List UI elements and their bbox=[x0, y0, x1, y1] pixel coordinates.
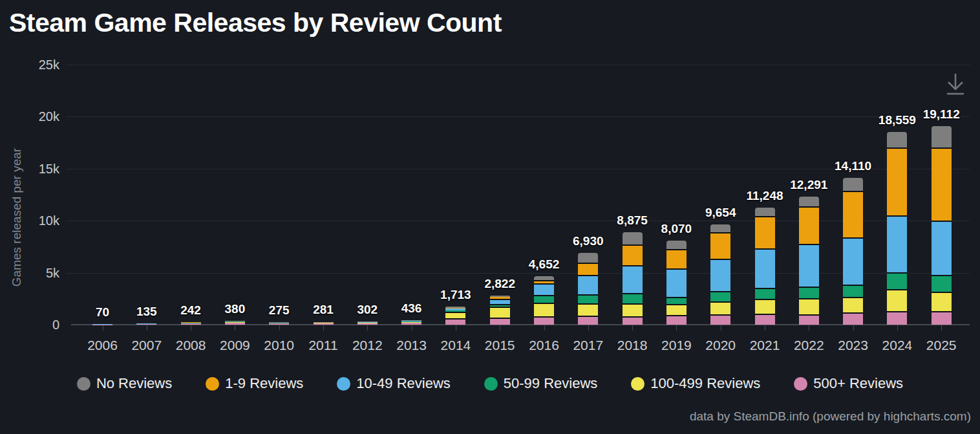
bar-segment-500-reviews-2011[interactable] bbox=[314, 323, 334, 325]
bar-segment-50-99-reviews-2025[interactable] bbox=[932, 275, 952, 292]
bar-segment-100-499-reviews-2021[interactable] bbox=[755, 299, 775, 314]
bar-segment-100-499-reviews-2024[interactable] bbox=[887, 289, 907, 311]
bar-total-label-2015: 2,822 bbox=[461, 277, 538, 291]
bar-segment-1-9-reviews-2020[interactable] bbox=[710, 232, 730, 258]
bar-segment-50-99-reviews-2018[interactable] bbox=[623, 293, 643, 304]
bar-segment-50-99-reviews-2013[interactable] bbox=[401, 321, 421, 322]
grid-line bbox=[66, 65, 970, 65]
bar-segment-500-reviews-2023[interactable] bbox=[843, 312, 863, 325]
bar-segment-50-99-reviews-2016[interactable] bbox=[534, 295, 554, 303]
credits-text[interactable]: data by SteamDB.info (powered by highcha… bbox=[690, 409, 971, 424]
bar-segment-10-49-reviews-2018[interactable] bbox=[623, 265, 643, 293]
bar-segment-500-reviews-2020[interactable] bbox=[710, 314, 730, 325]
bar-segment-500-reviews-2016[interactable] bbox=[534, 316, 554, 325]
bar-segment-1-9-reviews-2022[interactable] bbox=[799, 206, 819, 244]
bar-segment-100-499-reviews-2023[interactable] bbox=[843, 297, 863, 313]
bar-segment-10-49-reviews-2010[interactable] bbox=[269, 322, 289, 323]
legend-item-1-9-reviews[interactable]: 1-9 Reviews bbox=[206, 375, 303, 392]
bar-segment-100-499-reviews-2009[interactable] bbox=[225, 322, 245, 323]
x-axis-tick bbox=[809, 325, 809, 331]
legend-item-10-49-reviews[interactable]: 10-49 Reviews bbox=[337, 375, 451, 392]
legend-label: 1-9 Reviews bbox=[225, 375, 303, 392]
bar-segment-500-reviews-2007[interactable] bbox=[136, 324, 156, 325]
bar-segment-100-499-reviews-2011[interactable] bbox=[314, 323, 334, 323]
bar-segment-10-49-reviews-2011[interactable] bbox=[314, 322, 334, 323]
bar-segment-10-49-reviews-2024[interactable] bbox=[887, 215, 907, 272]
bar-segment-500-reviews-2012[interactable] bbox=[357, 323, 378, 325]
bar-segment-50-99-reviews-2015[interactable] bbox=[490, 304, 510, 307]
bar-segment-500-reviews-2014[interactable] bbox=[445, 318, 465, 325]
bar-segment-10-49-reviews-2021[interactable] bbox=[755, 248, 775, 288]
x-axis-tick bbox=[544, 325, 545, 331]
x-axis-tick bbox=[765, 325, 765, 331]
bar-segment-500-reviews-2010[interactable] bbox=[269, 323, 289, 325]
bar-segment-10-49-reviews-2019[interactable] bbox=[666, 268, 687, 297]
bar-2006 bbox=[92, 324, 112, 325]
bar-segment-500-reviews-2024[interactable] bbox=[887, 311, 907, 325]
legend-item-no-reviews[interactable]: No Reviews bbox=[77, 375, 172, 392]
bar-segment-1-9-reviews-2025[interactable] bbox=[932, 147, 952, 221]
chart-title: Steam Game Releases by Review Count bbox=[9, 8, 502, 38]
bar-segment-100-499-reviews-2018[interactable] bbox=[623, 303, 643, 316]
bar-2007 bbox=[136, 323, 156, 325]
bar-segment-50-99-reviews-2020[interactable] bbox=[710, 291, 730, 301]
bar-segment-500-reviews-2015[interactable] bbox=[490, 318, 510, 325]
bar-segment-500-reviews-2013[interactable] bbox=[401, 323, 421, 325]
bar-segment-100-499-reviews-2007[interactable] bbox=[136, 323, 156, 324]
bar-segment-500-reviews-2022[interactable] bbox=[799, 314, 819, 325]
bar-segment-no-reviews-2019[interactable] bbox=[666, 241, 687, 249]
bar-segment-100-499-reviews-2025[interactable] bbox=[932, 292, 952, 312]
bar-segment-100-499-reviews-2017[interactable] bbox=[578, 303, 598, 315]
x-axis-tick bbox=[147, 325, 147, 331]
bar-segment-50-99-reviews-2021[interactable] bbox=[755, 288, 775, 299]
bar-segment-10-49-reviews-2012[interactable] bbox=[357, 322, 378, 323]
bar-segment-100-499-reviews-2022[interactable] bbox=[799, 298, 819, 314]
bar-segment-1-9-reviews-2019[interactable] bbox=[666, 249, 687, 268]
bar-segment-100-499-reviews-2012[interactable] bbox=[357, 323, 378, 323]
bar-segment-10-49-reviews-2020[interactable] bbox=[710, 259, 730, 291]
bar-segment-500-reviews-2017[interactable] bbox=[578, 316, 598, 325]
bar-total-label-2019: 8,070 bbox=[637, 222, 715, 236]
legend-item-100-499-reviews[interactable]: 100-499 Reviews bbox=[631, 375, 760, 392]
bar-segment-50-99-reviews-2017[interactable] bbox=[578, 294, 598, 303]
bar-segment-500-reviews-2008[interactable] bbox=[181, 323, 201, 325]
bar-2023 bbox=[843, 178, 863, 325]
x-axis-tick bbox=[412, 325, 412, 331]
bar-2009 bbox=[225, 320, 245, 325]
bar-segment-10-49-reviews-2025[interactable] bbox=[932, 221, 952, 274]
bar-2020 bbox=[710, 224, 730, 325]
legend-item-500-reviews[interactable]: 500+ Reviews bbox=[794, 375, 903, 392]
bar-segment-100-499-reviews-2020[interactable] bbox=[710, 301, 730, 314]
bar-segment-1-9-reviews-2024[interactable] bbox=[887, 147, 907, 215]
bar-segment-50-99-reviews-2022[interactable] bbox=[799, 287, 819, 299]
bar-segment-100-499-reviews-2013[interactable] bbox=[401, 321, 421, 323]
bar-segment-100-499-reviews-2019[interactable] bbox=[666, 304, 687, 316]
bar-segment-no-reviews-2025[interactable] bbox=[932, 126, 952, 148]
bar-segment-10-49-reviews-2022[interactable] bbox=[799, 244, 819, 287]
legend-marker-icon bbox=[484, 377, 498, 391]
bar-segment-500-reviews-2021[interactable] bbox=[755, 314, 775, 325]
y-axis-tick-label: 25k bbox=[8, 58, 59, 71]
bar-2021 bbox=[755, 208, 775, 325]
x-axis-tick bbox=[588, 325, 589, 331]
bar-segment-no-reviews-2024[interactable] bbox=[887, 132, 907, 147]
bar-segment-500-reviews-2025[interactable] bbox=[932, 311, 952, 325]
bar-segment-10-49-reviews-2023[interactable] bbox=[843, 237, 863, 285]
bar-segment-500-reviews-2009[interactable] bbox=[225, 323, 245, 325]
bar-segment-100-499-reviews-2010[interactable] bbox=[269, 323, 289, 323]
bar-segment-1-9-reviews-2023[interactable] bbox=[843, 191, 863, 237]
bar-segment-100-499-reviews-2015[interactable] bbox=[490, 307, 510, 318]
bar-segment-10-49-reviews-2008[interactable] bbox=[181, 322, 201, 323]
bar-segment-10-49-reviews-2009[interactable] bbox=[225, 321, 245, 321]
bar-segment-100-499-reviews-2016[interactable] bbox=[534, 303, 554, 316]
bar-segment-1-9-reviews-2021[interactable] bbox=[755, 216, 775, 248]
bar-segment-10-49-reviews-2013[interactable] bbox=[401, 321, 421, 321]
bar-segment-500-reviews-2019[interactable] bbox=[666, 315, 687, 325]
legend-item-50-99-reviews[interactable]: 50-99 Reviews bbox=[484, 375, 598, 392]
bar-segment-50-99-reviews-2024[interactable] bbox=[887, 272, 907, 289]
bar-segment-50-99-reviews-2023[interactable] bbox=[843, 285, 863, 297]
bar-segment-100-499-reviews-2008[interactable] bbox=[181, 323, 201, 323]
bar-segment-500-reviews-2018[interactable] bbox=[623, 316, 643, 325]
bar-segment-10-49-reviews-2017[interactable] bbox=[578, 275, 598, 294]
bar-segment-50-99-reviews-2019[interactable] bbox=[666, 297, 687, 304]
